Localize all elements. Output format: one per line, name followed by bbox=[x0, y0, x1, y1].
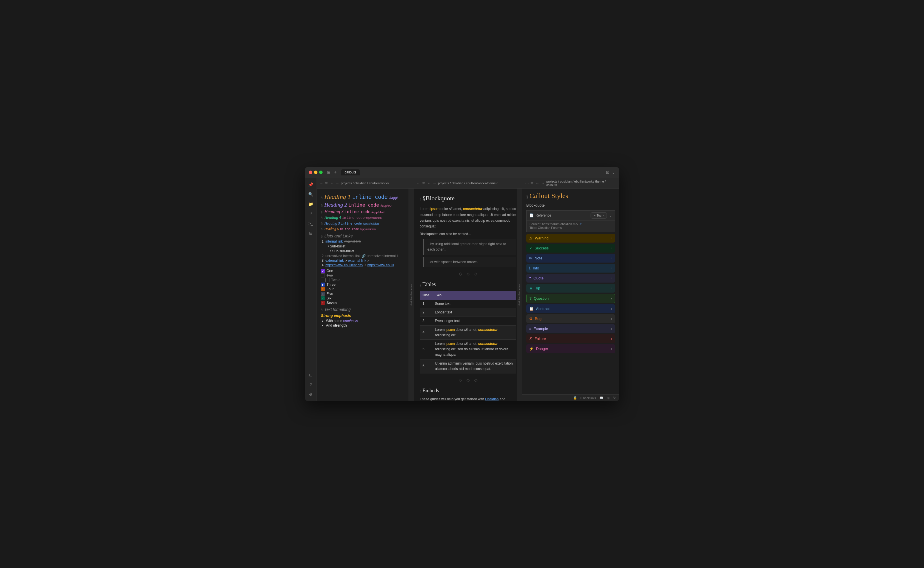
table-row: 6 Ut enim ad minim veniam, quis nostrud … bbox=[420, 359, 516, 373]
new-tab-icon[interactable]: + bbox=[334, 170, 337, 175]
callout-example[interactable]: ≡ Example › bbox=[526, 324, 615, 333]
sidebar-icon-pin[interactable]: 📌 bbox=[306, 180, 316, 189]
panel2-toolbar: ⋯ ✏ ← → projects / obsidian / ebullientw… bbox=[414, 178, 522, 189]
breadcrumb-panel1: projects / obsidian / ebullientworks bbox=[341, 181, 411, 185]
section-marker-tbl: § bbox=[420, 282, 421, 288]
panel-preview: ⋯ ✏ ← → projects / obsidian / ebullientw… bbox=[414, 178, 522, 401]
callout-abstract-left: 📋 Abstract bbox=[529, 307, 550, 311]
bug-label: Bug bbox=[535, 317, 541, 321]
task-two-a: Two-a bbox=[321, 278, 410, 282]
sidebar-icon-settings[interactable]: ⚙ bbox=[306, 390, 316, 399]
tip-chevron: › bbox=[611, 286, 612, 290]
minimize-button[interactable] bbox=[314, 171, 317, 174]
sidebar-icon-help[interactable]: ? bbox=[306, 380, 316, 389]
more-icon[interactable]: ⋯ bbox=[320, 181, 323, 185]
maximize-button[interactable] bbox=[319, 171, 323, 174]
task-seven: ! Seven bbox=[321, 301, 410, 305]
reading-view-icon[interactable]: 📖 bbox=[599, 396, 604, 400]
internal-link[interactable]: internal link bbox=[325, 239, 343, 243]
task-check-empty[interactable] bbox=[325, 278, 329, 282]
back-icon-3[interactable]: ← bbox=[535, 181, 539, 185]
url-link-short[interactable]: https://www.ebulli bbox=[367, 263, 394, 267]
callout-content[interactable]: § Callout Styles Blockquote 📄 Reference bbox=[522, 189, 619, 394]
active-tab[interactable]: callouts bbox=[341, 169, 360, 175]
callout-warning[interactable]: ⚠ Warning › bbox=[526, 234, 615, 243]
task-label-one: One bbox=[326, 269, 333, 273]
layout-icon[interactable]: ⊡ bbox=[606, 170, 610, 175]
breadcrumb-panel2: projects / obsidian / ebullientworks-the… bbox=[438, 181, 519, 185]
task-label-three: Three bbox=[326, 282, 335, 287]
success-chevron: › bbox=[611, 246, 612, 250]
forward-icon[interactable]: → bbox=[335, 181, 339, 185]
abstract-icon: 📋 bbox=[529, 307, 534, 311]
toc-icon: ≡ bbox=[594, 214, 595, 217]
callout-failure[interactable]: ✗ Failure › bbox=[526, 334, 615, 343]
sidebar-icon-terminal[interactable]: >_ bbox=[306, 219, 316, 228]
edit-icon-2[interactable]: ✏ bbox=[422, 181, 426, 185]
success-label: Success bbox=[534, 246, 548, 250]
task-check-warning[interactable]: ! bbox=[321, 287, 325, 291]
edit-icon-3[interactable]: ✏ bbox=[531, 181, 534, 185]
reference-body: Source:: https://forum.obsidian.md/ ↗ Ti… bbox=[527, 220, 615, 232]
col-header-two: Two bbox=[432, 291, 516, 300]
callout-success[interactable]: ✓ Success › bbox=[526, 244, 615, 252]
callout-abstract[interactable]: 📋 Abstract › bbox=[526, 304, 615, 313]
url-link[interactable]: https://www.ebullient.dev bbox=[325, 263, 363, 267]
callout-danger-left: ⚡ Danger bbox=[529, 347, 548, 351]
callout-tip[interactable]: 🕯 Tip › bbox=[526, 284, 615, 293]
callout-bug[interactable]: ⚙ Bug › bbox=[526, 314, 615, 323]
task-check-strikethrough[interactable]: — bbox=[321, 273, 325, 278]
task-check-inprogress[interactable]: ▶ bbox=[321, 282, 325, 287]
title-bar: ⊞ + callouts ⊡ ⌄ bbox=[305, 167, 619, 178]
panel2-content[interactable]: § §Blockquote Lorem ipsum dolor sit amet… bbox=[414, 189, 522, 401]
task-check-error[interactable]: ! bbox=[321, 301, 325, 305]
edit-icon[interactable]: ✏ bbox=[325, 181, 328, 185]
chevron-down-icon[interactable]: ⌄ bbox=[612, 170, 615, 175]
forward-icon-3[interactable]: → bbox=[541, 181, 545, 185]
callout-quote[interactable]: ❝ Quote › bbox=[526, 274, 615, 282]
callout-danger[interactable]: ⚡ Danger › bbox=[526, 344, 615, 353]
heading-1: Heading 1 inline code #app/ bbox=[324, 193, 398, 201]
sidebar-icon-folder[interactable]: 📁 bbox=[306, 199, 316, 208]
data-table: One Two 1 Some text 2 Longer text bbox=[420, 291, 516, 373]
reference-label: Reference bbox=[535, 213, 551, 218]
heading-1-tag: #app/ bbox=[389, 195, 398, 200]
sidebar-icon-layers[interactable]: ⊟ bbox=[306, 228, 316, 238]
backlinks-count[interactable]: 0 backlinks bbox=[581, 396, 596, 400]
warning-chevron: › bbox=[611, 236, 612, 240]
reference-icon: 📄 bbox=[530, 213, 534, 218]
panel1-content[interactable]: § Heading 1 inline code #app/ § Heading … bbox=[317, 189, 414, 401]
external-link-2[interactable]: external link bbox=[348, 258, 366, 263]
more-icon-2[interactable]: ⋯ bbox=[417, 181, 421, 185]
sidebar-toggle-icon[interactable]: ⊞ bbox=[327, 170, 331, 175]
toc-button[interactable]: ≡ Toc › bbox=[590, 212, 607, 219]
list-item-unresolved: unresolved internal link 🔗 unresolved in… bbox=[325, 254, 410, 258]
callout-note[interactable]: ✏ Note › bbox=[526, 254, 615, 263]
callout-info[interactable]: ℹ Info › bbox=[526, 264, 615, 273]
cell-text: Lorem ipsum dolor sit amet, consectetur … bbox=[432, 340, 516, 360]
graph-icon[interactable]: ◎ bbox=[607, 396, 610, 400]
forward-icon-2[interactable]: → bbox=[433, 181, 436, 185]
quote-icon: ❝ bbox=[529, 276, 531, 280]
sidebar-icon-canvas[interactable]: ⊡ bbox=[306, 370, 316, 379]
obsidian-link[interactable]: Obsidian bbox=[485, 397, 498, 401]
sidebar-icon-search[interactable]: 🔍 bbox=[306, 190, 316, 199]
note-label: Note bbox=[534, 256, 542, 260]
task-check-complete[interactable]: ✓ bbox=[321, 296, 325, 300]
reference-chevron[interactable]: ⌄ bbox=[609, 213, 612, 218]
more-icon-3[interactable]: ⋯ bbox=[525, 181, 529, 185]
task-check-checked[interactable]: ✓ bbox=[321, 269, 325, 273]
task-check-multi[interactable]: ○ bbox=[321, 292, 325, 296]
failure-label: Failure bbox=[534, 337, 546, 341]
dot-1: ◇ bbox=[459, 270, 462, 277]
heading-2: Heading 2 inline code #app/ob bbox=[324, 202, 391, 208]
heading-5-code: inline code bbox=[341, 222, 362, 225]
callout-question[interactable]: ? Question › bbox=[526, 294, 615, 303]
reference-callout[interactable]: 📄 Reference ≡ Toc › ⌄ bbox=[526, 210, 615, 232]
sidebar-icon-git[interactable]: ⑂ bbox=[306, 209, 316, 218]
external-link[interactable]: external link bbox=[325, 258, 344, 263]
close-button[interactable] bbox=[309, 171, 312, 174]
back-icon[interactable]: ← bbox=[330, 181, 334, 185]
back-icon-2[interactable]: ← bbox=[427, 181, 431, 185]
sync-icon[interactable]: ↻ bbox=[613, 396, 616, 400]
